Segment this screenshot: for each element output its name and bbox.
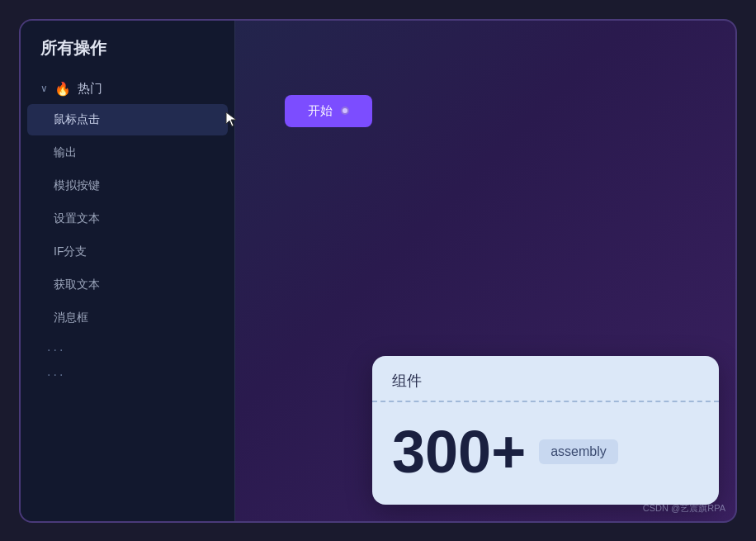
sidebar-title: 所有操作 [21,37,234,74]
category-label: 热门 [78,81,102,97]
fire-icon: 🔥 [54,81,71,97]
sidebar-dots-2: ... [21,359,234,384]
sidebar-item-mouse-click[interactable]: 鼠标点击 [27,104,228,135]
sidebar-item-set-text[interactable]: 设置文本 [27,203,228,235]
sidebar-dots-1: ... [21,335,234,359]
card-body: 300+ assembly [372,402,719,505]
component-card: 组件 300+ assembly [372,356,719,505]
card-title: 组件 [392,373,422,389]
sidebar: 所有操作 ∨ 🔥 热门 鼠标点击 输出 模拟按键 设置文本 IF分支 获取文本 [21,21,235,521]
start-node-label: 开始 [308,103,333,119]
main-container: 所有操作 ∨ 🔥 热门 鼠标点击 输出 模拟按键 设置文本 IF分支 获取文本 [19,19,737,523]
sidebar-item-get-text[interactable]: 获取文本 [27,269,228,301]
start-node[interactable]: 开始 [285,95,372,127]
node-connector [341,107,349,115]
canvas-area: 开始 组件 300+ assembly CSDN @艺震旗RPA [235,21,735,521]
sidebar-category[interactable]: ∨ 🔥 热门 [21,74,234,103]
chevron-down-icon: ∨ [40,83,48,94]
sidebar-item-output[interactable]: 输出 [27,137,228,168]
card-header: 组件 [372,356,719,402]
sidebar-item-message-box[interactable]: 消息框 [27,302,228,334]
sidebar-item-if-branch[interactable]: IF分支 [27,236,228,268]
sidebar-item-simulate-key[interactable]: 模拟按键 [27,170,228,202]
assembly-badge: assembly [539,439,618,464]
card-count: 300+ [392,422,526,482]
